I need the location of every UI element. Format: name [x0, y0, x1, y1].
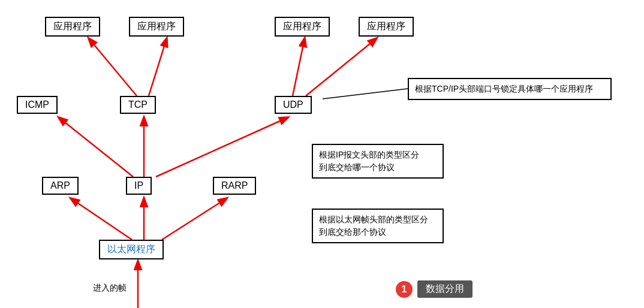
badge-label: 数据分用 — [417, 280, 473, 298]
node-app2: 应用程序 — [129, 17, 184, 37]
label-incoming: 进入的帧 — [93, 283, 127, 294]
svg-line-0 — [71, 198, 132, 240]
annotation-port: 根据TCP/IP头部端口号锁定具体哪一个应用程序 — [408, 78, 612, 100]
svg-line-11 — [323, 89, 408, 99]
svg-line-5 — [156, 117, 288, 177]
svg-line-9 — [306, 38, 377, 96]
node-ip: IP — [126, 177, 152, 195]
node-ethernet: 以太网程序 — [99, 240, 164, 259]
node-app1: 应用程序 — [45, 17, 100, 37]
diagram: 应用程序 应用程序 应用程序 应用程序 ICMP TCP UDP ARP IP … — [0, 0, 644, 308]
svg-line-6 — [89, 38, 137, 96]
annotation-ip-type: 根据IP报文头部的类型区分 到底交给哪一个协议 — [312, 144, 444, 179]
svg-line-2 — [162, 198, 227, 240]
node-udp: UDP — [275, 96, 312, 114]
svg-line-3 — [59, 117, 133, 177]
node-rarp: RARP — [213, 177, 256, 195]
svg-line-7 — [149, 38, 167, 96]
annotation-eth-type: 根据以太网帧头部的类型区分 到底交给那个协议 — [312, 209, 444, 243]
node-app4: 应用程序 — [359, 17, 414, 37]
badge-container: 1 数据分用 — [396, 280, 473, 298]
node-tcp: TCP — [120, 96, 156, 114]
node-app3: 应用程序 — [275, 17, 330, 37]
node-icmp: ICMP — [17, 96, 58, 114]
node-arp: ARP — [42, 177, 79, 195]
badge-circle: 1 — [396, 281, 413, 298]
svg-line-8 — [293, 38, 305, 96]
